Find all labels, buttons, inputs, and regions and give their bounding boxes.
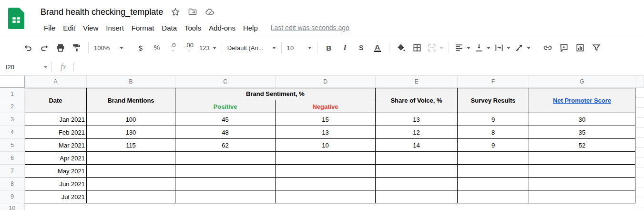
font-size-select[interactable]: 10 <box>287 41 312 55</box>
header-cell-net-promoter-score[interactable]: Net Promoter Score <box>529 88 635 113</box>
cell-D4[interactable]: 13 <box>276 126 376 139</box>
strikethrough-icon[interactable]: S <box>355 41 368 55</box>
cell-G7[interactable] <box>529 165 635 178</box>
row-header-7[interactable]: 7 <box>0 165 25 178</box>
menu-edit[interactable]: Edit <box>60 22 79 33</box>
document-title[interactable]: Brand health checking_template <box>41 7 163 17</box>
cell-B6[interactable] <box>87 152 175 165</box>
row-header-1[interactable]: 1 <box>0 88 25 100</box>
move-to-folder-icon[interactable] <box>188 7 197 17</box>
row-header-8[interactable]: 8 <box>0 178 25 190</box>
select-all-corner[interactable] <box>0 76 25 88</box>
filter-icon[interactable] <box>590 41 603 55</box>
menu-view[interactable]: View <box>80 22 102 33</box>
number-format-menu[interactable]: 123 <box>199 41 216 55</box>
header-cell-brand-sentiment-[interactable]: Brand Sentiment, % <box>175 88 376 100</box>
cell-A9[interactable]: Jul 2021 <box>25 190 87 203</box>
cell-A3[interactable]: Jan 2021 <box>25 113 87 126</box>
undo-icon[interactable] <box>22 41 34 55</box>
cell-D6[interactable] <box>276 152 376 165</box>
menu-help[interactable]: Help <box>240 22 261 33</box>
zoom-select[interactable]: 100% <box>94 41 123 55</box>
cell-E6[interactable] <box>376 152 458 165</box>
insert-link-icon[interactable] <box>542 41 554 55</box>
cell-E9[interactable] <box>376 190 458 203</box>
paint-format-icon[interactable] <box>71 41 83 55</box>
cell-B7[interactable] <box>87 165 175 178</box>
last-edit-status[interactable]: Last edit was seconds ago <box>271 24 349 32</box>
cell-C5[interactable]: 62 <box>175 139 276 152</box>
column-header-G[interactable]: G <box>529 76 635 88</box>
cell-C9[interactable] <box>175 190 276 203</box>
name-box[interactable]: I20 <box>0 58 51 75</box>
cell-A6[interactable]: Apr 2021 <box>25 152 87 165</box>
insert-comment-icon[interactable] <box>558 41 570 55</box>
redo-icon[interactable] <box>38 41 51 55</box>
cell-B5[interactable]: 115 <box>87 139 175 152</box>
header-cell-share-of-voice-[interactable]: Share of Voice, % <box>376 88 458 113</box>
header-cell-date[interactable]: Date <box>25 88 87 113</box>
menu-data[interactable]: Data <box>158 22 180 33</box>
menu-file[interactable]: File <box>41 22 59 33</box>
text-color-icon[interactable]: A <box>371 41 384 55</box>
cell-G8[interactable] <box>529 178 635 190</box>
cell-D3[interactable]: 15 <box>276 113 376 126</box>
increase-decimal-icon[interactable]: .00→ <box>183 41 195 55</box>
borders-icon[interactable] <box>411 41 423 55</box>
cell-F5[interactable]: 9 <box>458 139 529 152</box>
empty-column-area[interactable] <box>635 88 644 210</box>
cell-C4[interactable]: 48 <box>175 126 276 139</box>
cell-G4[interactable]: 35 <box>529 126 635 139</box>
cell-C8[interactable] <box>175 178 276 190</box>
row-header-9[interactable]: 9 <box>0 190 25 203</box>
cell-E4[interactable]: 12 <box>376 126 458 139</box>
cell-E8[interactable] <box>376 178 458 190</box>
bold-icon[interactable]: B <box>323 41 335 55</box>
cell-F7[interactable] <box>458 165 529 178</box>
cell-D8[interactable] <box>276 178 376 190</box>
cell-B9[interactable] <box>87 190 175 203</box>
column-header-D[interactable]: D <box>276 76 376 88</box>
row-header-6[interactable]: 6 <box>0 152 25 165</box>
sheets-logo-icon[interactable] <box>8 5 29 32</box>
column-header-B[interactable]: B <box>87 76 175 88</box>
font-select[interactable]: Default (Ari... <box>227 41 276 55</box>
cell-F4[interactable]: 8 <box>458 126 529 139</box>
format-percent-icon[interactable]: % <box>151 41 163 55</box>
column-header-partial[interactable] <box>635 76 644 88</box>
cell-E7[interactable] <box>376 165 458 178</box>
cell-F9[interactable] <box>458 190 529 203</box>
text-wrap-icon[interactable] <box>494 41 511 55</box>
cell-F6[interactable] <box>458 152 529 165</box>
header-cell-brand-mentions[interactable]: Brand Mentions <box>87 88 175 113</box>
cell-G3[interactable]: 30 <box>529 113 635 126</box>
insert-chart-icon[interactable] <box>574 41 586 55</box>
cell-B8[interactable] <box>87 178 175 190</box>
cell-D5[interactable]: 10 <box>276 139 376 152</box>
row-header-5[interactable]: 5 <box>0 139 25 152</box>
header-cell-positive[interactable]: Positive <box>175 100 276 113</box>
column-header-E[interactable]: E <box>376 76 458 88</box>
menu-format[interactable]: Format <box>128 22 158 33</box>
cell-C6[interactable] <box>175 152 276 165</box>
cell-B3[interactable]: 100 <box>87 113 175 126</box>
cell-C3[interactable]: 45 <box>175 113 276 126</box>
vertical-align-icon[interactable] <box>474 41 491 55</box>
print-icon[interactable] <box>54 41 67 55</box>
format-currency-icon[interactable]: $ <box>134 41 147 55</box>
fill-color-icon[interactable] <box>395 41 407 55</box>
cell-G6[interactable] <box>529 152 635 165</box>
row-header-2[interactable]: 2 <box>0 100 25 113</box>
cell-G9[interactable] <box>529 190 635 203</box>
formula-input[interactable] <box>73 58 644 75</box>
decrease-decimal-icon[interactable]: .0← <box>167 41 179 55</box>
column-header-F[interactable]: F <box>458 76 529 88</box>
cell-D7[interactable] <box>276 165 376 178</box>
menu-insert[interactable]: Insert <box>102 22 127 33</box>
header-cell-survey-results[interactable]: Survey Results <box>458 88 529 113</box>
cell-G5[interactable]: 52 <box>529 139 635 152</box>
column-header-A[interactable]: A <box>25 76 87 88</box>
cell-E3[interactable]: 13 <box>376 113 458 126</box>
text-rotation-icon[interactable] <box>514 41 531 55</box>
cell-F3[interactable]: 9 <box>458 113 529 126</box>
